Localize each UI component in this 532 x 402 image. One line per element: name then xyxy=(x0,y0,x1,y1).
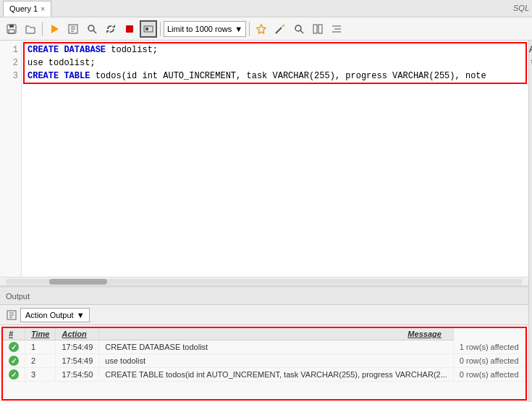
row3-number: 3 xyxy=(25,368,56,382)
tab-close-button[interactable]: × xyxy=(41,5,45,13)
sql-side-label: SQL xyxy=(513,4,529,12)
table-header: # Time Action Message xyxy=(3,328,525,340)
side-panel-right: A t xyxy=(528,41,532,402)
toolbar-sep2 xyxy=(160,22,161,36)
row3-message: 0 row(s) affected xyxy=(453,368,525,382)
line3-value: todos(id int AUTO_INCREMENT, task VARCHA… xyxy=(96,71,486,81)
explain-button[interactable] xyxy=(64,20,82,38)
svg-point-17 xyxy=(295,25,301,31)
output-panel: Output Action Output ▼ xyxy=(0,286,528,402)
action-output-dropdown[interactable]: Action Output ▼ xyxy=(20,308,90,322)
tab-label: Query 1 xyxy=(9,4,38,13)
col-header-message: Message xyxy=(99,328,454,340)
svg-rect-2 xyxy=(9,30,14,33)
table-row: ✓ 1 17:54:49 CREATE DATABASE todolist 1 … xyxy=(3,340,525,354)
row1-action: CREATE DATABASE todolist xyxy=(99,340,454,354)
svg-point-8 xyxy=(88,25,94,31)
code-line-1: CREATE DATABASE todolist; xyxy=(28,43,523,56)
query-tab[interactable]: Query 1 × xyxy=(3,1,51,17)
open-button[interactable] xyxy=(22,20,39,38)
svg-rect-12 xyxy=(145,28,148,30)
table-row: ✓ 3 17:54:50 CREATE TABLE todos(id int A… xyxy=(3,368,525,382)
line-numbers: 1 2 3 xyxy=(0,41,22,277)
main-area: 1 2 3 CREATE DATABASE todolist; us xyxy=(0,41,532,402)
toolbar-sep3 xyxy=(249,22,250,36)
output-header-label: Output xyxy=(6,292,30,301)
line-num-2: 2 xyxy=(0,56,18,70)
svg-marker-13 xyxy=(257,25,266,33)
row1-message: 1 row(s) affected xyxy=(453,340,525,354)
row1-status: ✓ xyxy=(3,340,25,354)
find-button[interactable] xyxy=(290,20,308,38)
limit-label: Limit to 1000 rows xyxy=(167,25,232,33)
execute-button[interactable] xyxy=(46,20,63,38)
svg-rect-20 xyxy=(318,25,322,33)
svg-rect-10 xyxy=(126,25,133,33)
editor-scrollbar[interactable] xyxy=(0,277,528,285)
toolbar-sep1 xyxy=(42,22,43,36)
row3-status: ✓ xyxy=(3,368,25,382)
row2-status: ✓ xyxy=(3,354,25,368)
editor-output: 1 2 3 CREATE DATABASE todolist; us xyxy=(0,41,528,402)
row1-time: 17:54:49 xyxy=(56,340,99,354)
row2-message: 0 row(s) affected xyxy=(453,354,525,368)
star-button[interactable] xyxy=(253,20,270,38)
col-header-action: Action xyxy=(56,328,99,340)
col-toggle-button[interactable] xyxy=(309,20,326,38)
svg-line-14 xyxy=(276,28,282,33)
keyword-create-1: CREATE xyxy=(28,45,59,55)
output-header: Output xyxy=(0,288,528,305)
status-ok-icon-2: ✓ xyxy=(9,356,19,366)
line-num-3: 3 xyxy=(0,70,18,83)
scrollbar-thumb[interactable] xyxy=(49,279,107,285)
code-area[interactable]: CREATE DATABASE todolist; use todolist; … xyxy=(22,41,528,277)
toolbar: Limit to 1000 rows ▼ xyxy=(0,17,532,41)
svg-rect-19 xyxy=(313,25,317,33)
limit-select[interactable]: Limit to 1000 rows ▼ xyxy=(164,21,246,37)
table-row: ✓ 2 17:54:49 use todolist 0 row(s) affec… xyxy=(3,354,525,368)
col-header-hash: # xyxy=(3,328,25,340)
right-panel-a: A xyxy=(529,43,532,54)
editor-content: 1 2 3 CREATE DATABASE todolist; us xyxy=(0,41,528,277)
keyword-database: DATABASE xyxy=(64,45,106,55)
toggle-button[interactable] xyxy=(140,20,157,38)
limit-dropdown-arrow: ▼ xyxy=(235,25,242,33)
row1-number: 1 xyxy=(25,340,56,354)
action-output-arrow: ▼ xyxy=(77,311,85,319)
wand-button[interactable] xyxy=(271,20,289,38)
svg-marker-3 xyxy=(51,25,59,33)
keyword-table: TABLE xyxy=(64,71,90,81)
status-ok-icon-3: ✓ xyxy=(9,369,19,380)
svg-line-18 xyxy=(300,30,303,33)
line-num-1: 1 xyxy=(0,43,18,56)
keyword-create-3: CREATE xyxy=(28,71,59,81)
sql-editor: 1 2 3 CREATE DATABASE todolist; us xyxy=(0,41,528,286)
code-line-3: CREATE TABLE todos(id int AUTO_INCREMENT… xyxy=(28,70,523,83)
row2-action: use todolist xyxy=(99,354,454,368)
col-header-time: Time xyxy=(25,328,56,340)
tab-bar: Query 1 × SQL xyxy=(0,0,532,17)
row2-time: 17:54:49 xyxy=(56,354,99,368)
scrollbar-track xyxy=(6,279,523,285)
status-ok-icon-1: ✓ xyxy=(9,342,19,352)
output-table: # Time Action Message ✓ 1 17:54:49 xyxy=(1,327,527,401)
line2-value: use todolist; xyxy=(28,58,96,68)
row3-action: CREATE TABLE todos(id int AUTO_INCREMENT… xyxy=(99,368,454,382)
indent-button[interactable] xyxy=(328,20,345,38)
action-output-label: Action Output xyxy=(25,311,74,319)
results-table: # Time Action Message ✓ 1 17:54:49 xyxy=(3,328,525,382)
output-toolbar: Action Output ▼ xyxy=(0,305,528,325)
magnify-button[interactable] xyxy=(83,20,101,38)
refresh-button[interactable] xyxy=(102,20,119,38)
code-line-2: use todolist; xyxy=(28,56,523,70)
svg-rect-1 xyxy=(9,25,14,28)
line1-value: todolist; xyxy=(111,45,158,55)
row3-time: 17:54:50 xyxy=(56,368,99,382)
svg-line-9 xyxy=(93,30,96,33)
stop-button[interactable] xyxy=(121,20,138,38)
save-button[interactable] xyxy=(3,20,20,38)
row2-number: 2 xyxy=(25,354,56,368)
table-body: ✓ 1 17:54:49 CREATE DATABASE todolist 1 … xyxy=(3,340,525,382)
action-output-icon xyxy=(6,309,17,321)
